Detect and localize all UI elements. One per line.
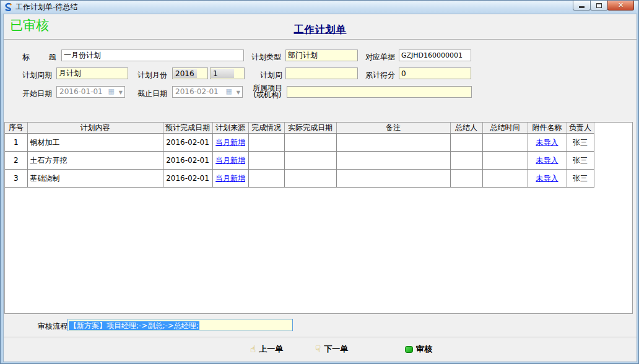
source-link[interactable]: 当月新增 bbox=[215, 138, 245, 147]
close-button[interactable]: ✕ bbox=[607, 1, 634, 11]
cycle-input[interactable] bbox=[56, 67, 128, 79]
cell-summarizer bbox=[450, 134, 482, 152]
cell-completion[interactable] bbox=[248, 134, 284, 152]
project-input[interactable] bbox=[287, 86, 472, 98]
cell-summary-time bbox=[482, 134, 528, 152]
doc-label: 对应单据 bbox=[365, 52, 395, 63]
cell-completion[interactable] bbox=[248, 170, 284, 188]
end-date-picker[interactable]: 2016-02-01 ▦ ▼ bbox=[172, 86, 243, 98]
cell-expected-date[interactable]: 2016-02-01 bbox=[163, 134, 212, 152]
table-row: 1 钢材加工 2016-02-01 当月新增 未导入 张三 bbox=[5, 134, 594, 152]
plan-type-input[interactable] bbox=[285, 50, 358, 61]
chevron-down-icon: ▼ bbox=[237, 90, 240, 95]
cell-owner: 张三 bbox=[567, 134, 594, 152]
cell-summarizer bbox=[450, 170, 482, 188]
page-title: 工作计划单 bbox=[4, 24, 637, 37]
window-controls: ✕ bbox=[573, 1, 634, 11]
project-label: 所属项目 (或机构) bbox=[250, 85, 285, 98]
title-input[interactable] bbox=[61, 50, 244, 61]
review-flow-input[interactable]: 【新方案】项目经理;->副总;->总经理; bbox=[67, 319, 293, 331]
source-link[interactable]: 当月新增 bbox=[215, 174, 245, 183]
cell-no: 2 bbox=[5, 152, 27, 170]
audit-green-icon bbox=[405, 346, 413, 353]
col-owner: 负责人 bbox=[567, 123, 594, 134]
month-value: 1 bbox=[211, 69, 234, 78]
hand-down-icon: ☟ bbox=[315, 345, 321, 353]
cell-expected-date[interactable]: 2016-02-01 bbox=[163, 170, 212, 188]
score-label: 累计得分 bbox=[365, 70, 395, 80]
month-spinner[interactable]: 1 bbox=[210, 67, 245, 79]
score-input[interactable] bbox=[399, 67, 471, 79]
plan-type-label: 计划类型 bbox=[251, 52, 281, 63]
cell-expected-date[interactable]: 2016-02-01 bbox=[163, 152, 212, 170]
previous-record-button[interactable]: ☝ 上一单 bbox=[250, 344, 283, 355]
start-date-picker[interactable]: 2016-01-01 ▦ ▼ bbox=[56, 86, 125, 98]
col-no: 序号 bbox=[5, 123, 27, 134]
cell-no: 1 bbox=[5, 134, 27, 152]
col-actual-date: 实际完成日期 bbox=[284, 123, 336, 134]
col-summary-time: 总结时间 bbox=[482, 123, 528, 134]
next-record-button[interactable]: ☟ 下一单 bbox=[315, 344, 348, 355]
cycle-label: 计划周期 bbox=[22, 70, 52, 80]
cell-summarizer bbox=[450, 152, 482, 170]
form-content: 已审核 工作计划单 标 题 计划类型 对应单据 计划周期 计划月份 2016 1… bbox=[3, 14, 637, 362]
col-content: 计划内容 bbox=[27, 123, 163, 134]
previous-record-label: 上一单 bbox=[259, 344, 283, 355]
app-window: 工作计划单-待总结 ✕ 已审核 工作计划单 标 题 计划类型 对应单据 计划周期… bbox=[0, 0, 639, 364]
cell-content[interactable]: 土石方开挖 bbox=[27, 152, 163, 170]
cell-actual-date[interactable] bbox=[284, 152, 336, 170]
plan-table-panel: 序号 计划内容 预计完成日期 计划来源 完成情况 实际完成日期 备注 总结人 总… bbox=[4, 122, 633, 314]
minimize-icon bbox=[579, 6, 585, 8]
app-icon bbox=[4, 2, 13, 12]
col-remark: 备注 bbox=[336, 123, 450, 134]
attachment-link[interactable]: 未导入 bbox=[536, 138, 559, 147]
week-label: 计划周 bbox=[260, 70, 282, 80]
maximize-icon bbox=[596, 3, 602, 8]
cell-no: 3 bbox=[5, 170, 27, 188]
cell-content[interactable]: 基础浇制 bbox=[27, 170, 163, 188]
next-record-label: 下一单 bbox=[324, 344, 348, 355]
year-spinner[interactable]: 2016 bbox=[172, 67, 208, 79]
audit-label: 审核 bbox=[416, 344, 432, 355]
window-title: 工作计划单-待总结 bbox=[15, 2, 77, 12]
chevron-down-icon: ▼ bbox=[119, 90, 123, 95]
cell-owner: 张三 bbox=[567, 152, 594, 170]
col-expected-date: 预计完成日期 bbox=[163, 123, 212, 134]
week-input[interactable] bbox=[285, 67, 358, 79]
attachment-link[interactable]: 未导入 bbox=[536, 156, 559, 165]
cell-content[interactable]: 钢材加工 bbox=[27, 134, 163, 152]
plan-table: 序号 计划内容 预计完成日期 计划来源 完成情况 实际完成日期 备注 总结人 总… bbox=[5, 123, 594, 188]
col-attachment: 附件名称 bbox=[528, 123, 567, 134]
audit-button[interactable]: 审核 bbox=[405, 344, 432, 355]
cell-summary-time bbox=[482, 170, 528, 188]
cell-remark[interactable] bbox=[336, 170, 450, 188]
cell-remark[interactable] bbox=[336, 152, 450, 170]
close-icon: ✕ bbox=[618, 1, 624, 9]
start-date-label: 开始日期 bbox=[22, 89, 52, 99]
start-date-value: 2016-01-01 bbox=[59, 87, 103, 96]
table-header-row: 序号 计划内容 预计完成日期 计划来源 完成情况 实际完成日期 备注 总结人 总… bbox=[5, 123, 594, 134]
cell-actual-date[interactable] bbox=[284, 134, 336, 152]
maximize-button[interactable] bbox=[590, 1, 608, 11]
header-divider bbox=[4, 39, 637, 40]
footer-divider bbox=[4, 337, 637, 338]
hand-up-icon: ☝ bbox=[250, 345, 256, 353]
col-summarizer: 总结人 bbox=[450, 123, 482, 134]
minimize-button[interactable] bbox=[573, 1, 591, 11]
attachment-link[interactable]: 未导入 bbox=[536, 174, 559, 183]
review-flow-label: 审核流程 bbox=[38, 321, 67, 332]
cell-remark[interactable] bbox=[336, 134, 450, 152]
col-completion: 完成情况 bbox=[248, 123, 284, 134]
end-date-value: 2016-02-01 bbox=[175, 87, 219, 96]
source-link[interactable]: 当月新增 bbox=[215, 156, 245, 165]
doc-input[interactable] bbox=[399, 50, 471, 61]
title-label: 标 题 bbox=[22, 52, 56, 63]
cell-summary-time bbox=[482, 152, 528, 170]
calendar-icon: ▦ bbox=[226, 88, 232, 95]
cell-actual-date[interactable] bbox=[284, 170, 336, 188]
table-row: 3 基础浇制 2016-02-01 当月新增 未导入 张三 bbox=[5, 170, 594, 188]
month-label: 计划月份 bbox=[137, 70, 167, 80]
cell-completion[interactable] bbox=[248, 152, 284, 170]
end-date-label: 截止日期 bbox=[137, 89, 167, 99]
col-source: 计划来源 bbox=[212, 123, 248, 134]
